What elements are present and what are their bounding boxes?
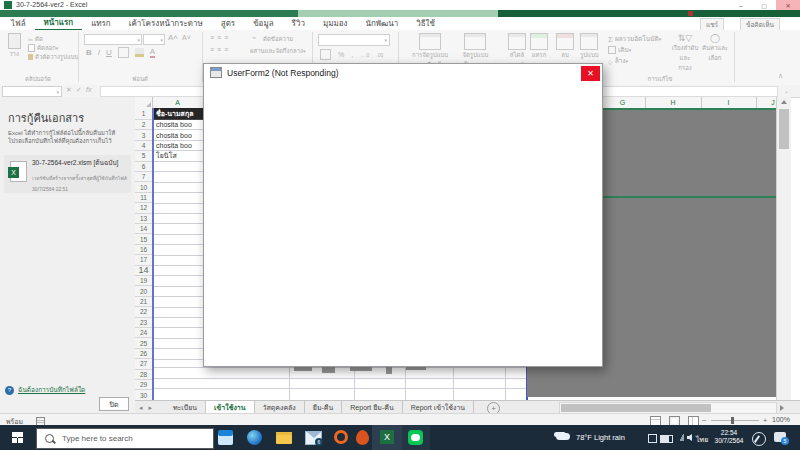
row-header-13[interactable]: 15 — [135, 234, 153, 244]
userform-title-bar[interactable]: UserForm2 (Not Responding) — [204, 64, 602, 81]
bold-button[interactable]: B — [86, 48, 92, 57]
sheet-nav-right-icon[interactable]: ▸ — [149, 404, 153, 412]
line-taskbar-button[interactable] — [402, 425, 430, 450]
row-header-20[interactable]: 22 — [135, 307, 153, 317]
cell-a3[interactable]: chosita boo — [154, 130, 205, 140]
weather-text[interactable]: 78°F Light rain — [576, 433, 625, 442]
ribbon-tab-มุมมอง[interactable]: มุมมอง — [314, 17, 357, 30]
taskbar-search[interactable]: Type here to search — [36, 428, 214, 449]
orientation-icon[interactable]: ⌁ — [252, 34, 256, 42]
ribbon-tab-ข้อมูล[interactable]: ข้อมูล — [244, 17, 282, 30]
row-header-5[interactable]: 5 — [135, 151, 153, 161]
row-header-1[interactable]: 1 — [135, 108, 153, 120]
select-all-button[interactable] — [135, 97, 153, 108]
format-painter-button[interactable]: ตัวคัดวางรูปแบบ — [28, 52, 78, 62]
column-header-H[interactable]: H — [645, 97, 702, 108]
ribbon-tab-สูตร[interactable]: สูตร — [212, 17, 244, 30]
userform-close-button[interactable]: ✕ — [581, 66, 600, 81]
expand-formula-bar-icon[interactable]: ⌄ — [784, 87, 789, 94]
decrease-decimal-button[interactable]: .00 — [376, 52, 383, 58]
sheet-nav-left-icon[interactable]: ◂ — [139, 404, 143, 412]
recovery-help-link[interactable]: ฉันต้องการบันทึกไฟล์ใด — [18, 385, 85, 395]
vertical-scrollbar[interactable] — [776, 97, 791, 400]
row-header-18[interactable]: 20 — [135, 286, 153, 296]
delete-cells-button[interactable]: ลบ — [556, 33, 574, 60]
column-header-A[interactable]: A — [152, 97, 204, 108]
wrap-text-button[interactable]: ตัดข้อความ — [263, 34, 293, 44]
row-header-14[interactable]: 16 — [135, 245, 153, 255]
zoom-slider-thumb[interactable] — [731, 417, 734, 424]
row-header-10[interactable]: 12 — [135, 203, 153, 213]
borders-icon[interactable] — [118, 47, 129, 58]
scroll-up-arrow[interactable] — [781, 100, 787, 104]
app-orange-icon[interactable] — [356, 430, 369, 445]
row-header-27[interactable]: 29 — [135, 380, 153, 390]
paste-button[interactable]: วาง — [4, 33, 24, 61]
ribbon-tab-เค้าโครงหน้ากระดาษ[interactable]: เค้าโครงหน้ากระดาษ — [120, 17, 212, 30]
language-indicator[interactable]: ไทย — [696, 434, 708, 445]
font-size-combobox[interactable]: ▾ — [143, 34, 165, 45]
row-header-9[interactable]: 11 — [135, 193, 153, 203]
row-header-11[interactable]: 13 — [135, 214, 153, 224]
row-header-3[interactable]: 3 — [135, 130, 153, 140]
excel-taskbar-button[interactable]: X — [372, 425, 402, 450]
zoom-out-button[interactable]: − — [702, 416, 707, 425]
row-header-21[interactable]: 23 — [135, 318, 153, 328]
recovered-file-item[interactable]: X 30-7-2564-ver2.xlsm [ต้นฉบับ] เวอร์ชัน… — [4, 155, 131, 193]
close-button[interactable]: ✕ — [776, 0, 800, 10]
browser-orange-icon[interactable] — [334, 430, 348, 444]
row-header-25[interactable]: 27 — [135, 359, 153, 369]
start-button[interactable] — [12, 432, 23, 443]
enter-formula-button[interactable]: ✓ — [76, 86, 82, 94]
insert-function-button[interactable]: fx — [86, 86, 91, 93]
fill-color-icon[interactable] — [135, 48, 144, 57]
sort-filter-button[interactable]: ⇅▽ เรียงลำดับและ กรอง — [668, 33, 702, 73]
cell-a4[interactable]: chosita boo — [154, 141, 205, 151]
tray-app-icon[interactable] — [648, 434, 657, 443]
row-header-19[interactable]: 21 — [135, 297, 153, 307]
vertical-scroll-thumb[interactable] — [779, 109, 789, 149]
row-header-15[interactable]: 17 — [135, 255, 153, 265]
zoom-level[interactable]: 100% — [772, 416, 790, 423]
font-name-combobox[interactable]: ▾ — [84, 34, 142, 45]
font-color-icon[interactable]: A — [150, 47, 155, 58]
weather-cloud-icon[interactable] — [556, 433, 570, 440]
zoom-in-button[interactable]: + — [763, 416, 768, 425]
row-header-12[interactable]: 14 — [135, 224, 153, 234]
ink-workspace-icon[interactable] — [752, 432, 766, 446]
number-format-combobox[interactable]: ▾ — [318, 34, 390, 46]
row-header-24[interactable]: 26 — [135, 349, 153, 359]
autosum-button[interactable]: Σ ผลรวมอัตโนมัติ ▾ — [608, 34, 661, 44]
file-explorer-icon[interactable] — [276, 432, 292, 444]
ribbon-tab-วิธีใช้[interactable]: วิธีใช้ — [407, 17, 444, 30]
collapse-ribbon-button[interactable]: ∧ — [778, 72, 783, 80]
column-header-I[interactable]: I — [701, 97, 757, 108]
merge-center-button[interactable]: ผสานและจัดกึ่งกลาง ▾ — [250, 46, 306, 56]
row-header-2[interactable]: 2 — [135, 120, 153, 130]
column-header-G[interactable]: G — [600, 97, 646, 108]
name-box[interactable]: ▾ — [2, 86, 62, 97]
row-header-16[interactable]: 14 — [135, 266, 153, 276]
vertical-align-icons[interactable]: ≡≡≡ — [210, 34, 231, 41]
percent-style-button[interactable]: % — [338, 51, 344, 58]
cell-a1[interactable]: ชื่อ-นามสกุล — [154, 108, 205, 120]
clock[interactable]: 22:54 30/7/2564 — [712, 429, 746, 445]
horizontal-scroll-thumb[interactable] — [561, 404, 711, 412]
comma-style-button[interactable]: , — [351, 51, 353, 58]
fill-button[interactable]: เติม ▾ — [608, 45, 631, 55]
find-select-button[interactable]: ◯ ค้นหาและ เลือก — [700, 33, 730, 63]
row-header-17[interactable]: 19 — [135, 276, 153, 286]
ribbon-tab-รีวิว[interactable]: รีวิว — [283, 17, 314, 30]
ribbon-tab-แทรก[interactable]: แทรก — [82, 17, 120, 30]
ribbon-tab-นักพัฒนา[interactable]: นักพัฒนา — [356, 17, 407, 30]
ribbon-tab-หน้าแรก[interactable]: หน้าแรก — [35, 16, 83, 31]
row-header-23[interactable]: 25 — [135, 338, 153, 348]
row-header-4[interactable]: 4 — [135, 141, 153, 151]
row-header-26[interactable]: 28 — [135, 370, 153, 380]
clear-button[interactable]: ◇ ล้าง ▾ — [608, 56, 628, 66]
grow-font-button[interactable]: A˄ — [168, 33, 178, 42]
row-header-7[interactable]: 7 — [135, 172, 153, 182]
cell-a5[interactable]: โยนิโส — [154, 151, 205, 161]
store-icon[interactable] — [218, 430, 233, 445]
volume-icon[interactable] — [687, 434, 692, 441]
